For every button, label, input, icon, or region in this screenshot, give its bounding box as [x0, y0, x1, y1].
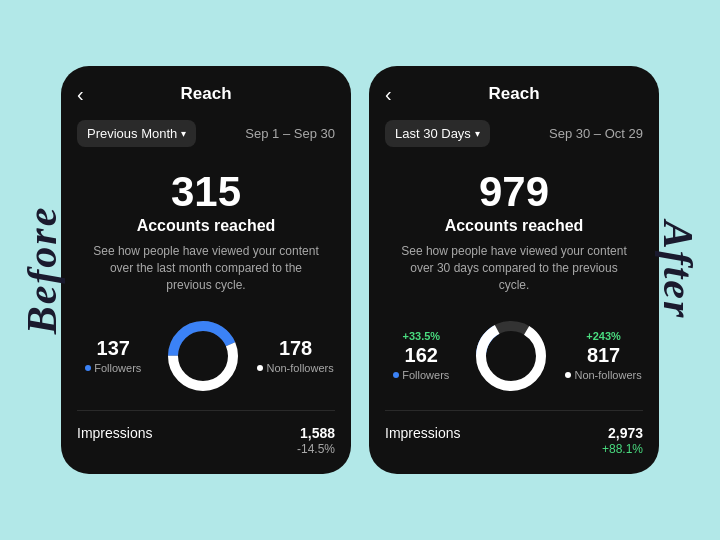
- after-chevron-icon: ▾: [475, 128, 480, 139]
- after-phone: ‹ Reach Last 30 Days ▾ Sep 30 – Oct 29 9…: [369, 66, 659, 474]
- after-date-range: Sep 30 – Oct 29: [549, 126, 643, 141]
- before-nonfollowers-number: 178: [257, 337, 333, 360]
- after-header: ‹ Reach: [369, 66, 659, 114]
- before-filter-button[interactable]: Previous Month ▾: [77, 120, 196, 147]
- after-nonfollowers-stat: +243% 817 Non-followers: [565, 330, 641, 381]
- before-followers-dot: [85, 365, 91, 371]
- before-chevron-icon: ▾: [181, 128, 186, 139]
- before-title: Reach: [180, 84, 231, 104]
- after-impressions-label: Impressions: [385, 425, 460, 441]
- before-followers-stat: 137 Followers: [78, 337, 148, 374]
- after-followers-stat: +33.5% 162 Followers: [386, 330, 456, 381]
- before-main-desc: See how people have viewed your content …: [77, 243, 335, 293]
- after-filter-button[interactable]: Last 30 Days ▾: [385, 120, 490, 147]
- after-main-label: Accounts reached: [385, 217, 643, 235]
- after-main-number: 979: [385, 169, 643, 215]
- before-date-range: Sep 1 – Sep 30: [245, 126, 335, 141]
- before-header: ‹ Reach: [61, 66, 351, 114]
- before-impressions-label: Impressions: [77, 425, 152, 441]
- before-filter-label: Previous Month: [87, 126, 177, 141]
- after-impressions-number: 2,973: [602, 425, 643, 441]
- after-impressions-values: 2,973 +88.1%: [602, 425, 643, 456]
- before-nonfollowers-dot: [257, 365, 263, 371]
- after-nonfollowers-dot: [565, 372, 571, 378]
- before-donut-section: 137 Followers 178 Non-followers: [61, 298, 351, 410]
- before-nonfollowers-stat: 178 Non-followers: [257, 337, 333, 374]
- after-main-desc: See how people have viewed your content …: [385, 243, 643, 293]
- after-back-button[interactable]: ‹: [385, 83, 392, 106]
- after-label: After: [654, 221, 702, 320]
- before-impressions-values: 1,588 -14.5%: [297, 425, 335, 456]
- before-phone: ‹ Reach Previous Month ▾ Sep 1 – Sep 30 …: [61, 66, 351, 474]
- before-back-button[interactable]: ‹: [77, 83, 84, 106]
- after-donut-section: +33.5% 162 Followers +243% 817: [369, 298, 659, 410]
- before-label: Before: [18, 206, 66, 335]
- after-donut-chart: [471, 316, 551, 396]
- after-nonfollowers-change: +243%: [565, 330, 641, 342]
- after-followers-change: +33.5%: [386, 330, 456, 342]
- before-followers-number: 137: [78, 337, 148, 360]
- before-filter-row: Previous Month ▾ Sep 1 – Sep 30: [61, 114, 351, 159]
- after-followers-number: 162: [386, 344, 456, 367]
- before-main-label: Accounts reached: [77, 217, 335, 235]
- before-main-stat: 315 Accounts reached See how people have…: [61, 159, 351, 298]
- before-impressions-number: 1,588: [297, 425, 335, 441]
- after-nonfollowers-number: 817: [565, 344, 641, 367]
- after-nonfollowers-label: Non-followers: [565, 369, 641, 381]
- svg-point-5: [481, 326, 541, 386]
- phones-container: ‹ Reach Previous Month ▾ Sep 1 – Sep 30 …: [61, 66, 659, 474]
- after-impressions-row: Impressions 2,973 +88.1%: [369, 411, 659, 474]
- after-filter-row: Last 30 Days ▾ Sep 30 – Oct 29: [369, 114, 659, 159]
- before-nonfollowers-label: Non-followers: [257, 362, 333, 374]
- before-donut-chart: [163, 316, 243, 396]
- before-impressions-row: Impressions 1,588 -14.5%: [61, 411, 351, 474]
- after-main-stat: 979 Accounts reached See how people have…: [369, 159, 659, 298]
- after-followers-dot: [393, 372, 399, 378]
- after-filter-label: Last 30 Days: [395, 126, 471, 141]
- before-main-number: 315: [77, 169, 335, 215]
- after-followers-label: Followers: [386, 369, 456, 381]
- after-impressions-change: +88.1%: [602, 442, 643, 456]
- before-followers-label: Followers: [78, 362, 148, 374]
- before-impressions-change: -14.5%: [297, 442, 335, 456]
- after-title: Reach: [488, 84, 539, 104]
